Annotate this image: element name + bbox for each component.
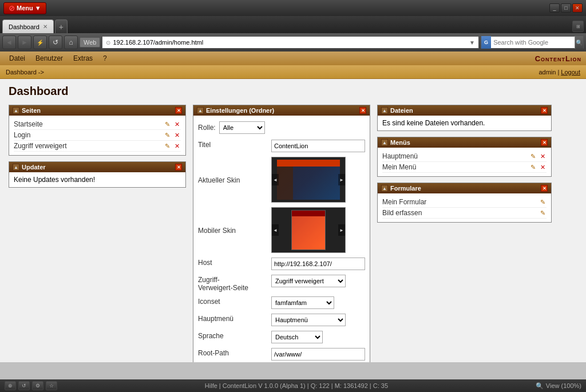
home-button[interactable]: ⌂	[64, 35, 78, 49]
edit-icon[interactable]: ✎	[539, 198, 547, 206]
rootpath-input[interactable]	[271, 348, 365, 361]
widget-updater-close[interactable]: ✕	[175, 164, 182, 171]
close-button[interactable]: ✕	[572, 3, 583, 13]
page-actions: ✎ ✕	[163, 131, 181, 139]
menu-items: Datei Benutzer Extras ?	[5, 53, 112, 64]
tab-dashboard[interactable]: Dashboard ✕	[2, 19, 54, 33]
maximize-button[interactable]: □	[561, 3, 571, 13]
zugriff-select[interactable]: Zugriff verweigert	[271, 275, 346, 287]
widget-einstellungen-header-left: ▲ Einstellungen (Ordner)	[197, 107, 274, 114]
opera-menu-button[interactable]: ⊘ Menu ▼	[3, 2, 46, 14]
form-label-host: Host	[198, 258, 267, 267]
form-name: Bild erfassen	[382, 209, 539, 217]
widget-einstellungen-close[interactable]: ✕	[359, 107, 366, 114]
address-input[interactable]	[113, 39, 467, 46]
table-row: Hauptmenü ✎ ✕	[382, 151, 547, 162]
search-input[interactable]	[491, 39, 575, 46]
widget-menus-header-left: ▲ Menüs	[381, 139, 410, 146]
edit-icon[interactable]: ✎	[539, 209, 547, 217]
widget-column-2: ▲ Einstellungen (Ordner) ✕ Rolle: Alle	[193, 105, 370, 362]
role-row: Rolle: Alle	[198, 119, 365, 137]
delete-icon[interactable]: ✕	[539, 152, 547, 160]
form-control-iconset: famfamfam	[271, 296, 365, 309]
host-input[interactable]	[271, 258, 365, 270]
widget-grid: ▲ Seiten ✕ Startseite ✎ ✕	[9, 105, 577, 362]
form-control-skin: ◄ ►	[271, 157, 365, 203]
delete-icon[interactable]: ✕	[173, 142, 181, 150]
widget-updater-collapse[interactable]: ▲	[13, 164, 19, 171]
menu-item-extras[interactable]: Extras	[69, 53, 97, 64]
form-actions: ✎	[539, 198, 547, 206]
menu-item-help[interactable]: ?	[98, 53, 112, 64]
form-label-rootpath: Root-Path	[198, 348, 267, 357]
form-label-hauptmenu: Hauptmenü	[198, 314, 267, 323]
address-bar[interactable]: ⊙ ▼	[102, 36, 479, 49]
widget-menus: ▲ Menüs ✕ Hauptmenü ✎ ✕ Mein Menü	[377, 137, 552, 177]
widget-formulare-title: Formulare	[390, 185, 421, 192]
web-button[interactable]: Web	[80, 37, 100, 47]
widget-dateien-title: Dateien	[390, 107, 413, 114]
minimize-button[interactable]: _	[549, 3, 560, 13]
tab-bar: Dashboard ✕ + ⊞	[0, 16, 586, 33]
pages-table: Startseite ✎ ✕ Login ✎ ✕	[14, 119, 181, 152]
hauptmenu-select[interactable]: Hauptmenü	[271, 314, 346, 326]
widget-updater-body: Keine Updates vorhanden!	[9, 172, 185, 187]
form-row-zugriff: Zugriff-Verweigert-Seite Zugriff verweig…	[198, 272, 365, 294]
widget-seiten-header: ▲ Seiten ✕	[9, 105, 185, 116]
form-label-iconset: Iconset	[198, 296, 267, 306]
page-content: Dashboard ▲ Seiten ✕ Startseite	[0, 79, 586, 362]
einstellungen-body: Rolle: Alle Titel Aktueller S	[193, 116, 370, 362]
search-submit-button[interactable]: 🔍	[575, 36, 583, 49]
address-dropdown-icon[interactable]: ▼	[469, 39, 475, 46]
form-row-hauptmenu: Hauptmenü Hauptmenü	[198, 311, 365, 328]
delete-icon[interactable]: ✕	[539, 163, 547, 171]
form-control-titel	[271, 140, 365, 152]
tab-extra-icon[interactable]: ⊞	[572, 21, 584, 32]
logout-link[interactable]: Logout	[561, 69, 580, 76]
new-tab-button[interactable]: +	[55, 19, 68, 33]
edit-icon[interactable]: ✎	[163, 142, 171, 150]
titel-input[interactable]	[271, 140, 365, 152]
iconset-select[interactable]: famfamfam	[271, 296, 334, 309]
reload-button[interactable]: ↺	[49, 35, 62, 49]
forward-button[interactable]: ►	[18, 35, 31, 49]
menu-item-datei[interactable]: Datei	[5, 53, 30, 64]
form-row-host: Host	[198, 255, 365, 272]
widget-dateien-body: Es sind keine Dateien vorhanden.	[378, 116, 551, 130]
delete-icon[interactable]: ✕	[173, 120, 181, 128]
widget-seiten-collapse[interactable]: ▲	[13, 107, 19, 114]
edit-icon[interactable]: ✎	[529, 163, 537, 171]
widget-menus-close[interactable]: ✕	[541, 139, 548, 146]
form-name: Mein Formular	[382, 198, 539, 206]
brand-logo: ContentLion	[535, 54, 581, 63]
widget-dateien-header: ▲ Dateien ✕	[378, 105, 551, 116]
edit-icon[interactable]: ✎	[163, 131, 171, 139]
tab-close-icon[interactable]: ✕	[43, 23, 47, 30]
breadcrumb: Dashboard ->	[6, 69, 44, 76]
skin-scroll-left[interactable]: ◄	[272, 174, 279, 185]
widget-einstellungen-collapse[interactable]: ▲	[197, 107, 204, 114]
widget-column-1: ▲ Seiten ✕ Startseite ✎ ✕	[9, 105, 186, 188]
form-row-skin: Aktueller Skin ◄	[198, 155, 365, 205]
widget-formulare-close[interactable]: ✕	[541, 185, 548, 192]
sprache-select[interactable]: Deutsch	[271, 331, 323, 343]
widget-formulare-header: ▲ Formulare ✕	[378, 183, 551, 193]
edit-icon[interactable]: ✎	[163, 120, 171, 128]
back-button[interactable]: ◄	[2, 35, 16, 49]
mobile-skin-scroll-right[interactable]: ►	[338, 224, 345, 236]
menu-item-benutzer[interactable]: Benutzer	[31, 53, 68, 64]
edit-icon[interactable]: ✎	[529, 152, 537, 160]
widget-dateien-close[interactable]: ✕	[541, 107, 548, 114]
page-name: Login	[14, 131, 163, 139]
widget-dateien-collapse[interactable]: ▲	[381, 107, 388, 114]
skin-scroll-right[interactable]: ►	[338, 174, 345, 185]
widget-seiten-close[interactable]: ✕	[175, 107, 182, 114]
speed-dial-button[interactable]: ⚡	[33, 35, 47, 49]
widget-menus-collapse[interactable]: ▲	[381, 139, 388, 146]
search-bar: G 🔍	[481, 36, 584, 49]
role-select[interactable]: Alle	[219, 121, 265, 134]
mobile-skin-scroll-left[interactable]: ◄	[272, 224, 279, 236]
delete-icon[interactable]: ✕	[173, 131, 181, 139]
search-engine-icon[interactable]: G	[481, 36, 491, 49]
widget-formulare-collapse[interactable]: ▲	[381, 185, 388, 192]
